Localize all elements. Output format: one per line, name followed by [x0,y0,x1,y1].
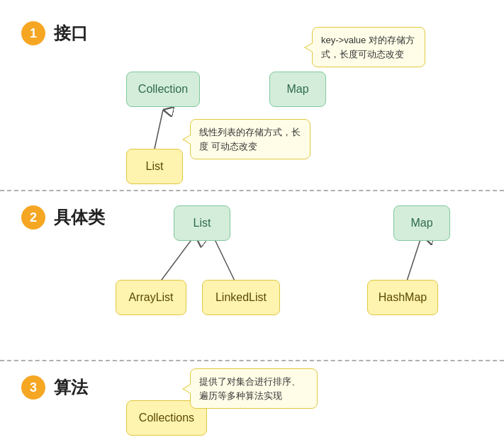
section-1-title: 接口 [54,22,88,45]
hashmap-node: HashMap [367,280,438,315]
circle-2: 2 [21,205,45,230]
section-interfaces: 1 接口 Collection Map List key->value 对的存储… [0,0,504,191]
map2-node: Map [393,205,450,241]
section-3-title: 算法 [54,376,88,399]
list2-node: List [174,205,230,241]
svg-line-0 [155,110,163,149]
circle-3: 3 [21,375,45,400]
collection-node: Collection [126,72,200,107]
linkedlist-node: LinkedList [202,280,280,315]
map1-node: Map [269,72,326,107]
map-tooltip: key->value 对的存储方 式，长度可动态改变 [312,27,425,67]
circle-1: 1 [21,21,45,45]
section-concrete: 2 具体类 List Map ArrayList LinkedList Hash… [0,191,504,361]
list-tooltip: 线性列表的存储方式，长度 可动态改变 [190,119,310,159]
list1-node: List [126,149,183,184]
collections-tooltip: 提供了对集合进行排序、遍历等多种算法实现 [190,368,318,409]
section-3-label: 3 算法 [21,375,88,400]
section-algorithm: 3 算法 Collections 提供了对集合进行排序、遍历等多种算法实现 [0,361,504,447]
section-2-label: 2 具体类 [21,205,105,230]
section-2-title: 具体类 [54,206,105,229]
arraylist-node: ArrayList [116,280,186,315]
section-1-label: 1 接口 [21,21,88,45]
